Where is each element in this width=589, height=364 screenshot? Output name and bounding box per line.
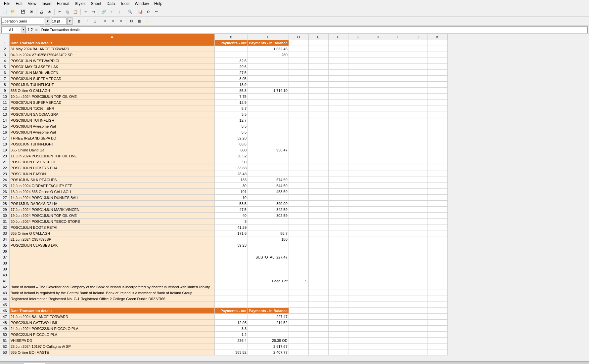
cell-C37[interactable]: SUBTOTAL: 227.47 xyxy=(248,254,289,260)
cell-C29[interactable]: 342.59 xyxy=(248,207,289,213)
cell-D24[interactable] xyxy=(289,177,308,183)
cell-G41[interactable] xyxy=(348,278,368,284)
row-header-47[interactable]: 47 xyxy=(0,314,10,320)
cell-J15[interactable] xyxy=(408,123,428,129)
cell-I1[interactable] xyxy=(388,40,408,46)
cell-J49[interactable] xyxy=(408,326,428,332)
cell-A7[interactable]: POSC02JUN SUPERMERCAD xyxy=(10,76,215,82)
row-header-49[interactable]: 49 xyxy=(0,326,10,332)
cell-J47[interactable] xyxy=(408,314,428,320)
cell-F39[interactable] xyxy=(328,266,348,272)
cell-G40[interactable] xyxy=(348,272,368,278)
cell-A2[interactable]: 31 May 2024 BALANCE FORWARD xyxy=(10,46,215,52)
cell-C36[interactable] xyxy=(248,248,289,254)
cell-E20[interactable] xyxy=(308,153,328,159)
cell-I16[interactable] xyxy=(388,129,408,135)
cell-C15[interactable] xyxy=(248,123,289,129)
cell-K4[interactable] xyxy=(428,58,447,64)
cell-K38[interactable] xyxy=(428,260,447,266)
cell-G5[interactable] xyxy=(348,64,368,70)
row-header-15[interactable]: 15 xyxy=(0,123,10,129)
cell-F21[interactable] xyxy=(328,159,348,165)
cell-G31[interactable] xyxy=(348,219,368,224)
email-btn[interactable]: ✉ xyxy=(27,8,35,16)
row-header-26[interactable]: 26 xyxy=(0,189,10,195)
cell-J22[interactable] xyxy=(408,165,428,171)
cell-C49[interactable] xyxy=(248,326,289,332)
cell-J11[interactable] xyxy=(408,100,428,105)
cell-J42[interactable] xyxy=(408,284,428,290)
cell-C53[interactable]: 2 407.77 xyxy=(248,349,289,355)
cell-D43[interactable] xyxy=(289,290,308,296)
cell-A43[interactable]: Bank of Ireland is regulated by the Cent… xyxy=(10,290,215,296)
cell-H35[interactable] xyxy=(368,242,388,248)
row-header-8[interactable]: 8 xyxy=(0,82,10,88)
cell-J36[interactable] xyxy=(408,248,428,254)
cell-J12[interactable] xyxy=(408,105,428,111)
cell-D35[interactable] xyxy=(289,242,308,248)
cell-A51[interactable]: VHISEPA DD xyxy=(10,338,215,344)
cell-E5[interactable] xyxy=(308,64,328,70)
cell-F32[interactable] xyxy=(328,224,348,230)
cell-I5[interactable] xyxy=(388,64,408,70)
row-header-44[interactable]: 44 xyxy=(0,296,10,302)
cell-D21[interactable] xyxy=(289,159,308,165)
cell-A19[interactable]: 365 Online David Ga xyxy=(10,147,215,153)
cell-K23[interactable] xyxy=(428,171,447,177)
cell-H9[interactable] xyxy=(368,88,388,94)
cell-I20[interactable] xyxy=(388,153,408,159)
cell-E19[interactable] xyxy=(308,147,328,153)
cell-D27[interactable] xyxy=(289,195,308,201)
menu-styles[interactable]: Styles xyxy=(72,1,88,7)
cell-H51[interactable] xyxy=(368,338,388,344)
cell-B44[interactable] xyxy=(215,296,248,302)
cell-E42[interactable] xyxy=(308,284,328,290)
row-header-10[interactable]: 10 xyxy=(0,94,10,100)
cell-K29[interactable] xyxy=(428,207,447,213)
cell-F18[interactable] xyxy=(328,141,348,147)
cell-B32[interactable]: 41.29 xyxy=(215,224,248,230)
menu-tools[interactable]: Tools xyxy=(117,1,132,7)
cell-K15[interactable] xyxy=(428,123,447,129)
cell-G10[interactable] xyxy=(348,94,368,100)
row-header-18[interactable]: 18 xyxy=(0,141,10,147)
cut-btn[interactable]: ✂ xyxy=(56,8,63,16)
cell-C14[interactable] xyxy=(248,117,289,123)
cell-H12[interactable] xyxy=(368,105,388,111)
cell-G43[interactable] xyxy=(348,290,368,296)
cell-E12[interactable] xyxy=(308,105,328,111)
cell-B41[interactable] xyxy=(215,278,248,284)
cell-C39[interactable] xyxy=(248,266,289,272)
cell-E25[interactable] xyxy=(308,183,328,189)
cell-D31[interactable] xyxy=(289,219,308,224)
cell-J1[interactable] xyxy=(408,40,428,46)
cell-J16[interactable] xyxy=(408,129,428,135)
redo-btn[interactable]: ↪ xyxy=(90,8,97,16)
cell-F10[interactable] xyxy=(328,94,348,100)
cell-K44[interactable] xyxy=(428,296,447,302)
cell-F5[interactable] xyxy=(328,64,348,70)
cell-B31[interactable]: 3 xyxy=(215,219,248,224)
col-header-F[interactable]: F xyxy=(328,34,348,40)
cell-I42[interactable] xyxy=(388,284,408,290)
cell-J40[interactable] xyxy=(408,272,428,278)
cell-K9[interactable] xyxy=(428,88,447,94)
cell-G2[interactable] xyxy=(348,46,368,52)
cell-K33[interactable] xyxy=(428,230,447,236)
cell-E16[interactable] xyxy=(308,129,328,135)
cell-J20[interactable] xyxy=(408,153,428,159)
cell-A18[interactable]: POS08JUN TUI INFLIGHT xyxy=(10,141,215,147)
cell-H17[interactable] xyxy=(368,135,388,141)
cell-F48[interactable] xyxy=(328,320,348,326)
cell-J33[interactable] xyxy=(408,230,428,236)
italic-btn[interactable]: I xyxy=(83,18,91,25)
cell-B3[interactable] xyxy=(215,52,248,58)
cell-I47[interactable] xyxy=(388,314,408,320)
cell-G16[interactable] xyxy=(348,129,368,135)
cell-B36[interactable] xyxy=(215,248,248,254)
cell-K20[interactable] xyxy=(428,153,447,159)
cell-G27[interactable] xyxy=(348,195,368,201)
cell-E49[interactable] xyxy=(308,326,328,332)
cell-G44[interactable] xyxy=(348,296,368,302)
row-header-39[interactable]: 39 xyxy=(0,266,10,272)
